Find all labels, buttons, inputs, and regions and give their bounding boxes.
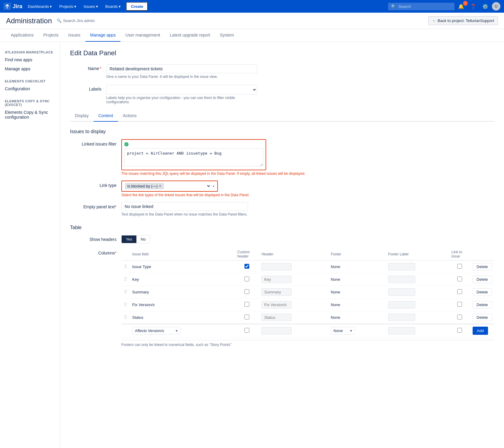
header-input-summary[interactable] — [261, 288, 292, 296]
field-name-issue-type: Issue Type — [130, 261, 235, 273]
link-type-select[interactable] — [166, 184, 211, 189]
header-input-key[interactable] — [261, 276, 292, 283]
labels-select[interactable] — [106, 85, 257, 94]
add-row-link-to-issue-checkbox[interactable] — [457, 328, 462, 333]
drag-handle-icon[interactable]: ⠿ — [124, 277, 127, 282]
show-headers-no[interactable]: No — [136, 235, 150, 243]
drag-handle-icon[interactable]: ⠿ — [124, 290, 127, 295]
top-navigation: Jira Dashboards ▾ Projects ▾ Issues ▾ Bo… — [0, 0, 504, 13]
jql-status-icon: ✓ — [124, 142, 129, 146]
footer-label-input-summary[interactable] — [388, 288, 415, 296]
show-headers-yes[interactable]: Yes — [122, 235, 136, 243]
tab-system[interactable]: System — [215, 29, 239, 42]
labels-form-row: Labels Labels help you to organise your … — [70, 85, 494, 104]
tab-content[interactable]: Content — [94, 110, 118, 122]
empty-panel-input[interactable] — [121, 202, 248, 211]
show-headers-row: Show headers Yes No — [70, 235, 494, 243]
col-header-issue-field: Issue field — [130, 248, 235, 261]
labels-field: Labels help you to organise your configu… — [106, 85, 257, 104]
tab-issues[interactable]: Issues — [63, 29, 85, 42]
header-input-fix-version[interactable] — [261, 301, 292, 309]
link-type-row: Link type is blocked by (—) ✕ ▾ Select t… — [70, 181, 494, 197]
col-header-header: Header — [259, 248, 328, 261]
drag-handle-icon[interactable]: ⠿ — [124, 315, 127, 320]
jql-textarea[interactable]: project = AirCleaner AND issuetype = Bug — [124, 148, 263, 166]
name-label: Name — [70, 64, 106, 71]
add-row-footer-label-input[interactable] — [388, 327, 415, 334]
drag-handle-icon[interactable]: ⠿ — [124, 264, 127, 269]
create-button[interactable]: Create — [126, 2, 148, 11]
footer-none-summary: None — [328, 286, 386, 299]
add-row-button[interactable]: Add — [473, 327, 488, 335]
empty-panel-hint: Text displayed in the Data Panel when no… — [121, 212, 494, 216]
add-row-header-input[interactable] — [261, 327, 292, 334]
delete-button-status[interactable]: Delete — [473, 314, 492, 321]
linked-issues-filter-label: Linked issues filter — [70, 139, 121, 146]
field-name-fix-version: Fix Version/s — [130, 299, 235, 311]
footer-label-input-status[interactable] — [388, 314, 415, 321]
back-to-project-button[interactable]: ← Back to project: TellurianSupport — [428, 16, 498, 25]
custom-header-checkbox-fix-version[interactable] — [244, 302, 249, 307]
jira-logo[interactable]: Jira — [4, 3, 22, 10]
show-headers-toggle: Yes No — [121, 235, 150, 243]
add-field-dropdown[interactable]: Affects Version/s ▾ — [132, 327, 180, 334]
settings-button[interactable]: ⚙️ — [480, 2, 491, 11]
notifications-button[interactable]: 🔔 1 — [456, 2, 467, 11]
delete-button-summary[interactable]: Delete — [473, 288, 492, 296]
name-field: Give a name to your Data Panel. It will … — [106, 64, 257, 79]
nav-projects[interactable]: Projects ▾ — [56, 2, 79, 11]
empty-panel-field: Text displayed in the Data Panel when no… — [121, 202, 494, 216]
table-section-title: Table — [70, 225, 494, 230]
tab-projects[interactable]: Projects — [39, 29, 64, 42]
delete-button-fix-version[interactable]: Delete — [473, 301, 492, 309]
global-search-box[interactable]: 🔍 — [388, 3, 455, 10]
custom-header-checkbox-status[interactable] — [244, 315, 249, 319]
footer-label-input-fix-version[interactable] — [388, 301, 415, 309]
columns-label: Columns* — [70, 248, 121, 255]
drag-handle-icon[interactable]: ⠿ — [124, 302, 127, 307]
nav-boards[interactable]: Boards ▾ — [102, 2, 124, 11]
add-row-footer-select[interactable]: None ▾ — [331, 327, 355, 334]
sidebar-item-find-new-apps[interactable]: Find new apps — [0, 55, 60, 64]
link-type-hint: Select the link types of the linked issu… — [121, 193, 494, 197]
user-avatar[interactable]: U — [492, 2, 500, 11]
link-to-issue-checkbox-issue-type[interactable] — [457, 264, 462, 269]
tab-user-management[interactable]: User management — [120, 29, 165, 42]
delete-button-key[interactable]: Delete — [473, 276, 492, 283]
content-tabs: Display Content Actions — [70, 110, 494, 122]
sidebar-item-elements-copy-sync[interactable]: Elements Copy & Sync configuration — [0, 108, 60, 122]
custom-header-checkbox-issue-type[interactable] — [244, 264, 249, 269]
footer-label-input-issue-type[interactable] — [388, 263, 415, 270]
help-button[interactable]: ❓ — [468, 2, 479, 11]
header-input-status[interactable] — [261, 314, 292, 321]
add-field-value: Affects Version/s — [135, 328, 164, 333]
labels-label: Labels — [70, 85, 106, 91]
link-to-issue-checkbox-fix-version[interactable] — [457, 302, 462, 307]
tab-latest-upgrade-report[interactable]: Latest upgrade report — [165, 29, 215, 42]
delete-button-issue-type[interactable]: Delete — [473, 263, 492, 270]
custom-header-checkbox-key[interactable] — [244, 277, 249, 281]
admin-search[interactable]: 🔍 Search Jira admin — [57, 18, 95, 23]
linked-issues-filter-row: Linked issues filter ✓ project = AirClea… — [70, 139, 494, 176]
link-to-issue-checkbox-key[interactable] — [457, 277, 462, 281]
link-to-issue-checkbox-summary[interactable] — [457, 289, 462, 294]
tab-applications[interactable]: Applications — [6, 29, 39, 42]
sidebar-item-manage-apps[interactable]: Manage apps — [0, 64, 60, 73]
custom-header-checkbox-summary[interactable] — [244, 289, 249, 294]
field-name-summary: Summary — [130, 286, 235, 299]
link-type-remove[interactable]: ✕ — [159, 184, 161, 188]
content-area: Edit Data Panel Name Give a name to your… — [60, 42, 504, 448]
header-input-issue-type[interactable] — [261, 263, 292, 270]
tab-actions[interactable]: Actions — [118, 110, 142, 122]
tab-manage-apps[interactable]: Manage apps — [85, 29, 121, 42]
nav-dashboards[interactable]: Dashboards ▾ — [25, 2, 55, 11]
link-to-issue-checkbox-status[interactable] — [457, 315, 462, 319]
nav-issues[interactable]: Issues ▾ — [81, 2, 101, 11]
col-header-footer-label: Footer Label — [386, 248, 449, 261]
tab-display[interactable]: Display — [70, 110, 94, 122]
name-input[interactable] — [106, 64, 257, 73]
sidebar-item-configuration[interactable]: Configuration — [0, 84, 60, 93]
add-row-custom-header-checkbox[interactable] — [244, 328, 249, 333]
footer-label-input-key[interactable] — [388, 276, 415, 283]
search-input[interactable] — [398, 4, 447, 9]
